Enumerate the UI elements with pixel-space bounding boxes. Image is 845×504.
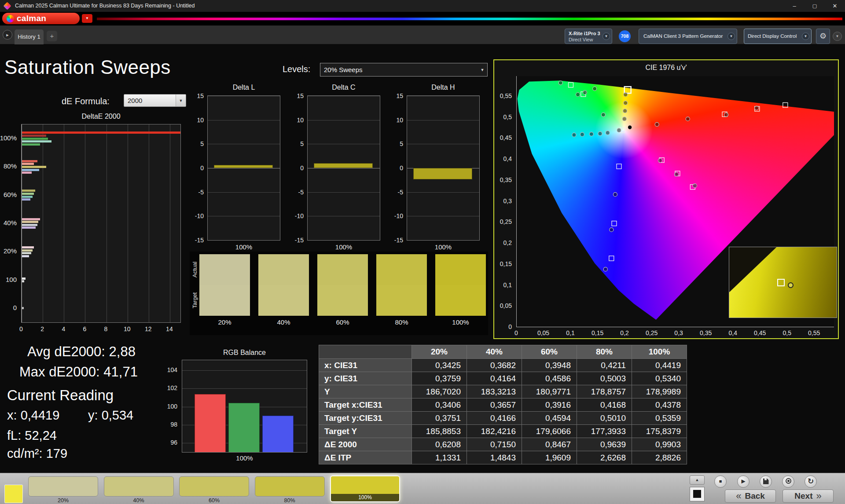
- chevron-down-icon[interactable]: ▼: [176, 95, 186, 106]
- cie-y-tick-label: 0,4: [503, 155, 512, 162]
- target-swatch: [258, 285, 309, 316]
- save-button[interactable]: [760, 475, 772, 488]
- deltae-bar: [22, 131, 181, 134]
- minimize-button[interactable]: –: [784, 0, 805, 12]
- cie-x-tick-label: 0,15: [588, 329, 607, 336]
- add-tab-button[interactable]: +: [47, 31, 57, 41]
- play-button[interactable]: ▶: [737, 475, 749, 488]
- deltae-gridline: [43, 124, 43, 322]
- deltae-bar: [22, 140, 51, 142]
- delta-y-tick-label: -5: [298, 189, 304, 196]
- y-value: y: 0,534: [88, 408, 133, 423]
- back-button[interactable]: « Back: [725, 489, 776, 503]
- gridline: [407, 216, 479, 216]
- delta-y-tick-label: 15: [396, 92, 403, 99]
- table-row: ΔE 20000,62080,71500,84670,96390,9903: [319, 438, 687, 451]
- refresh-button[interactable]: ↻: [805, 475, 817, 488]
- table-row: Y186,7020183,3213180,9771178,8757178,998…: [319, 385, 687, 398]
- cie-y-tick-label: 0,15: [500, 260, 512, 267]
- patch-button[interactable]: [28, 476, 98, 497]
- logo-menu-button[interactable]: ▼: [82, 14, 92, 23]
- rgb-bar-green: [228, 403, 260, 452]
- delta-l-x-label: 100%: [207, 243, 280, 251]
- table-value-cell: 186,7020: [412, 385, 467, 398]
- deltae-bar: [22, 135, 46, 137]
- table-row: y: CIE310,37590,41640,45860,50030,5340: [319, 372, 687, 385]
- measured-point: [576, 93, 580, 97]
- camera-button[interactable]: [782, 475, 794, 488]
- deltae-bar: [22, 143, 40, 146]
- delta-y-tick-label: -10: [394, 212, 403, 219]
- gridline: [208, 216, 280, 216]
- de-formula-label: dE Formula:: [62, 96, 110, 106]
- patch-button[interactable]: [179, 476, 249, 497]
- rainbow-gradient-bar: [97, 18, 842, 20]
- table-row-label: x: CIE31: [319, 359, 412, 372]
- patch-button[interactable]: [104, 476, 174, 497]
- cie-y-tick-label: 0,3: [503, 197, 512, 205]
- patch-button-active[interactable]: 100%: [330, 475, 400, 502]
- deltae-y-axis: 100%80%60%40%20%1000: [0, 124, 19, 323]
- display-toggle-button[interactable]: [690, 487, 705, 501]
- measured-point: [693, 184, 697, 188]
- levels-value: 20% Sweeps: [324, 63, 363, 76]
- deltae-bar: [22, 307, 24, 309]
- table-value-cell: 0,3406: [412, 398, 467, 412]
- delta-y-tick-label: 15: [197, 92, 204, 99]
- display-control-name: Direct Display Control: [748, 29, 797, 44]
- actual-swatch: [435, 254, 486, 285]
- delta-bar: [214, 165, 273, 168]
- window-title: Calman 2025 Calman Ultimate for Business…: [15, 0, 195, 12]
- gear-icon[interactable]: ⚙: [816, 29, 830, 44]
- cie-x-tick-label: 0,2: [615, 329, 634, 336]
- stop-button[interactable]: ■: [714, 475, 727, 488]
- measured-point: [755, 106, 759, 110]
- nav-collapse-button[interactable]: ▸: [3, 30, 12, 40]
- swatch-column-label: 60%: [317, 318, 368, 326]
- gridline: [308, 192, 380, 193]
- chevron-down-icon[interactable]: ▼: [802, 33, 809, 40]
- cie-zoom-inset: [729, 247, 837, 318]
- cie-x-tick-label: 0: [507, 329, 526, 336]
- gridline: [208, 144, 280, 144]
- pattern-generator-button[interactable]: CalMAN Client 3 Pattern Generator ▼: [639, 29, 737, 44]
- delta-y-tick-label: 5: [200, 140, 204, 147]
- table-column-header: 40%: [467, 345, 522, 359]
- current-xy-stat: x: 0,4419 y: 0,534: [7, 408, 165, 423]
- levels-dropdown[interactable]: 20% Sweeps ▼: [320, 63, 488, 77]
- scroll-up-button[interactable]: ▲: [690, 475, 705, 485]
- next-button[interactable]: Next »: [783, 489, 834, 503]
- patch-button[interactable]: [255, 476, 325, 497]
- maximize-button[interactable]: ▢: [805, 0, 825, 12]
- table-value-cell: 177,3933: [577, 425, 632, 438]
- calman-logo[interactable]: calman: [2, 13, 80, 24]
- chevron-down-icon[interactable]: ▼: [478, 63, 487, 76]
- table-row-label: Target x:CIE31: [319, 398, 412, 412]
- display-control-button[interactable]: Direct Display Control ▼: [744, 29, 812, 44]
- delta-y-tick-label: -5: [198, 189, 204, 196]
- table-value-cell: 183,3213: [467, 385, 522, 398]
- measured-point: [622, 117, 626, 121]
- swatch-column-label: 20%: [199, 318, 250, 326]
- table-value-cell: 0,4164: [467, 372, 522, 385]
- de-formula-dropdown[interactable]: 2000 ▼: [124, 94, 186, 107]
- measured-point: [580, 132, 584, 136]
- chevron-down-icon[interactable]: ▼: [833, 32, 842, 41]
- measured-point: [675, 172, 679, 176]
- chevron-down-icon[interactable]: ▼: [603, 33, 610, 40]
- deltae-bar: [22, 224, 37, 226]
- deltae-chart-title: DeltaE 2000: [21, 113, 181, 121]
- tab-history-1[interactable]: History 1: [15, 29, 44, 44]
- chevron-down-icon[interactable]: ▼: [727, 33, 735, 40]
- table-value-cell: 0,3759: [412, 372, 467, 385]
- meter-selector-button[interactable]: X-Rite i1Pro 3 Direct View ▼: [565, 29, 612, 44]
- table-value-cell: 0,3948: [522, 359, 577, 372]
- rgb-y-tick-label: 102: [167, 384, 177, 391]
- measured-point: [572, 133, 576, 137]
- close-button[interactable]: ✕: [825, 0, 845, 12]
- next-chevrons-icon: »: [816, 490, 821, 502]
- deltae-gridline: [128, 124, 128, 322]
- deltae-bar: [22, 198, 30, 201]
- refresh-icon: ↻: [805, 476, 816, 487]
- meter-badge[interactable]: 708: [619, 30, 631, 42]
